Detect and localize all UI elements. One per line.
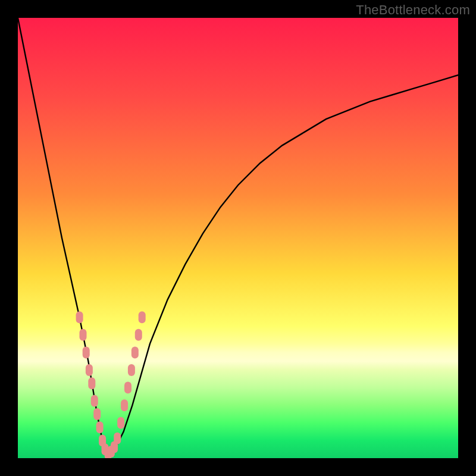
curve-marker (131, 346, 139, 358)
curve-marker (135, 329, 142, 341)
chart-frame: TheBottleneck.com (0, 0, 476, 476)
curve-marker (76, 311, 83, 323)
curve-marker (86, 364, 93, 376)
curve-marker (117, 417, 124, 429)
curve-markers (76, 311, 146, 458)
curve-marker (128, 364, 135, 376)
bottleneck-curve (18, 18, 458, 454)
watermark-text: TheBottleneck.com (356, 2, 470, 18)
curve-marker (139, 311, 146, 323)
curve-marker (121, 399, 128, 411)
curve-marker (83, 346, 90, 358)
plot-area (18, 18, 458, 458)
curve-marker (96, 421, 104, 433)
curve-marker (91, 395, 98, 407)
curve-marker (80, 329, 87, 341)
curve-marker (124, 382, 131, 394)
curve-marker (114, 433, 121, 444)
curve-marker (88, 377, 95, 389)
curve-marker (93, 408, 101, 420)
curve-layer (18, 18, 458, 458)
